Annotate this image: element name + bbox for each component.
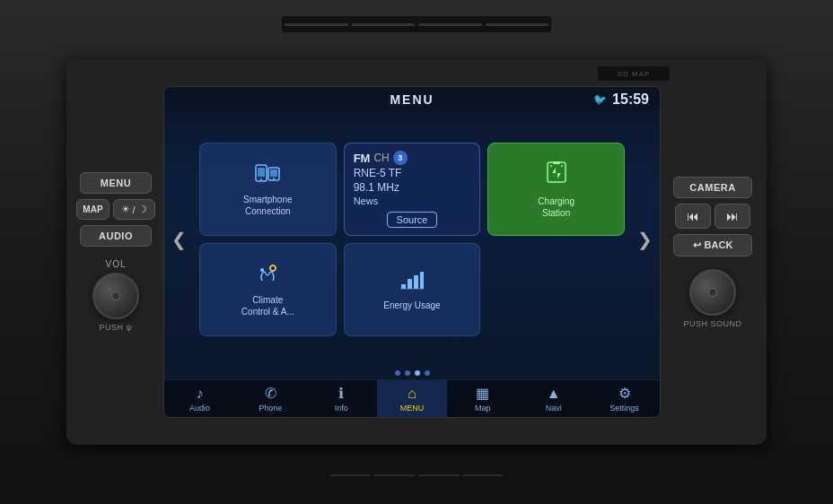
sound-control: PUSH SOUND bbox=[683, 269, 741, 328]
source-button[interactable]: Source bbox=[387, 212, 438, 228]
audio-nav-icon: ♪ bbox=[196, 386, 203, 402]
cd-slot: SD MAP bbox=[598, 66, 670, 81]
climate-icon bbox=[255, 263, 280, 291]
nav-menu[interactable]: ⌂ MENU bbox=[377, 380, 448, 417]
right-arrow[interactable]: ❯ bbox=[634, 225, 656, 254]
nav-info[interactable]: ℹ Info bbox=[306, 380, 377, 417]
phone-nav-label: Phone bbox=[259, 404, 282, 413]
page-indicator bbox=[164, 367, 660, 379]
svg-rect-7 bbox=[553, 161, 560, 164]
map-nav-icon: ▦ bbox=[476, 385, 489, 402]
menu-nav-icon: ⌂ bbox=[408, 386, 416, 402]
menu-nav-label: MENU bbox=[400, 404, 425, 413]
screen-status: 🐦 15:59 bbox=[593, 91, 649, 108]
main-unit: SD MAP MENU MAP ☀ / ☽ AUDIO VOL PUSH ψ bbox=[66, 59, 767, 445]
connectivity-icon: 🐦 bbox=[593, 93, 607, 106]
energy-usage-label: Energy Usage bbox=[383, 300, 440, 311]
divider: / bbox=[133, 204, 136, 215]
left-controls: MENU MAP ☀ / ☽ AUDIO VOL PUSH ψ bbox=[75, 172, 156, 332]
charging-station-tile[interactable]: ChargingStation bbox=[487, 143, 625, 236]
left-arrow[interactable]: ❮ bbox=[168, 225, 190, 254]
nav-settings[interactable]: ⚙ Settings bbox=[589, 380, 660, 417]
push-power-label: PUSH ψ bbox=[100, 323, 133, 332]
car-surround: SD MAP MENU MAP ☀ / ☽ AUDIO VOL PUSH ψ bbox=[0, 0, 833, 504]
dot-4 bbox=[425, 370, 430, 376]
clock-display: 15:59 bbox=[612, 91, 649, 108]
sun-icon: ☀ bbox=[121, 204, 130, 215]
back-button[interactable]: ↩ BACK bbox=[673, 234, 752, 256]
climate-tile[interactable]: ClimateControl & A... bbox=[199, 243, 337, 336]
screen-content: ❮ bbox=[164, 112, 660, 367]
sound-knob[interactable] bbox=[689, 269, 736, 316]
audio-nav-label: Audio bbox=[189, 404, 210, 413]
infotainment-screen: MENU 🐦 15:59 ❮ bbox=[163, 86, 661, 418]
svg-rect-14 bbox=[414, 275, 418, 289]
map-button[interactable]: MAP bbox=[76, 199, 109, 220]
back-label: BACK bbox=[705, 239, 733, 250]
volume-knob[interactable] bbox=[92, 273, 139, 319]
channel-badge: 3 bbox=[393, 151, 408, 165]
nav-audio[interactable]: ♪ Audio bbox=[164, 380, 235, 417]
fm-ch-label: CH bbox=[373, 152, 389, 164]
audio-button[interactable]: AUDIO bbox=[80, 225, 152, 247]
cd-label: SD MAP bbox=[618, 70, 651, 78]
camera-button[interactable]: CAMERA bbox=[673, 177, 752, 198]
vol-label: VOL bbox=[105, 259, 126, 269]
smartphone-icon bbox=[255, 162, 280, 190]
next-track-button[interactable]: ⏭ bbox=[715, 204, 750, 229]
nav-phone[interactable]: ✆ Phone bbox=[235, 380, 306, 417]
map-nav-label: Map bbox=[475, 404, 491, 413]
fm-genre: News bbox=[354, 196, 471, 206]
smartphone-tile[interactable]: SmartphoneConnection bbox=[199, 143, 337, 236]
nav-map[interactable]: ▦ Map bbox=[447, 380, 518, 417]
fm-tile[interactable]: FM CH 3 RNE-5 TF 98.1 MHz News Source bbox=[344, 143, 481, 236]
svg-point-2 bbox=[260, 178, 262, 180]
phone-nav-icon: ✆ bbox=[265, 385, 276, 402]
svg-rect-15 bbox=[420, 272, 424, 289]
right-controls: CAMERA ⏮ ⏭ ↩ BACK PUSH SOUND bbox=[668, 177, 758, 328]
fm-label: FM bbox=[354, 152, 371, 165]
info-nav-icon: ℹ bbox=[338, 385, 344, 402]
navi-nav-icon: ▲ bbox=[547, 386, 561, 402]
back-icon: ↩ bbox=[693, 239, 701, 251]
dot-1 bbox=[395, 370, 400, 376]
media-controls: ⏮ ⏭ bbox=[675, 204, 750, 229]
screen-title: MENU bbox=[390, 92, 434, 107]
bottom-navigation: ♪ Audio ✆ Phone ℹ Info ⌂ MENU ▦ Map bbox=[164, 379, 660, 417]
svg-point-5 bbox=[273, 178, 275, 179]
app-grid: SmartphoneConnection FM CH 3 RNE-5 TF 98… bbox=[196, 139, 628, 340]
svg-rect-4 bbox=[270, 169, 277, 177]
top-vent bbox=[282, 16, 551, 32]
knob-indicator bbox=[111, 291, 120, 300]
fm-station: RNE-5 TF bbox=[354, 167, 471, 179]
dot-2 bbox=[405, 370, 410, 376]
fm-frequency: 98.1 MHz bbox=[354, 181, 471, 194]
moon-icon: ☽ bbox=[138, 204, 147, 215]
charging-station-label: ChargingStation bbox=[538, 196, 574, 219]
push-sound-label: PUSH SOUND bbox=[683, 319, 741, 328]
screen-header: MENU 🐦 15:59 bbox=[164, 87, 660, 112]
svg-rect-1 bbox=[258, 168, 265, 177]
volume-control: VOL PUSH ψ bbox=[92, 259, 139, 332]
svg-rect-6 bbox=[548, 162, 566, 182]
bottom-vent bbox=[327, 469, 506, 482]
day-night-button[interactable]: ☀ / ☽ bbox=[113, 199, 155, 220]
fm-header: FM CH 3 bbox=[354, 151, 471, 165]
prev-track-button[interactable]: ⏮ bbox=[675, 204, 711, 229]
svg-rect-13 bbox=[408, 279, 412, 289]
climate-label: ClimateControl & A... bbox=[241, 294, 294, 317]
settings-nav-icon: ⚙ bbox=[618, 385, 631, 402]
energy-icon bbox=[399, 268, 425, 296]
dot-3 bbox=[415, 370, 420, 376]
map-row: MAP ☀ / ☽ bbox=[76, 199, 154, 220]
navi-nav-label: Navi bbox=[546, 404, 562, 413]
smartphone-label: SmartphoneConnection bbox=[243, 194, 292, 217]
nav-navi[interactable]: ▲ Navi bbox=[518, 380, 589, 417]
sound-knob-indicator bbox=[708, 288, 717, 297]
svg-rect-12 bbox=[401, 284, 406, 289]
energy-usage-tile[interactable]: Energy Usage bbox=[344, 243, 481, 336]
info-nav-label: Info bbox=[335, 404, 348, 413]
settings-nav-label: Settings bbox=[609, 404, 639, 413]
menu-button[interactable]: MENU bbox=[80, 172, 152, 194]
charging-icon bbox=[544, 161, 569, 192]
